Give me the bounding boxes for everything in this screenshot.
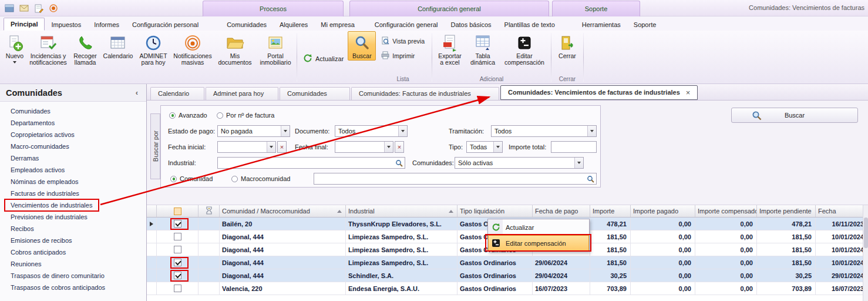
column-header-importe[interactable]: Importe bbox=[590, 205, 631, 217]
search-button[interactable]: Buscar bbox=[348, 31, 376, 61]
row-checkbox[interactable] bbox=[174, 220, 181, 228]
dropdown-arrow-icon[interactable] bbox=[281, 126, 290, 136]
table-row[interactable]: Diagonal, 444 Limpiezas Sampedro, S.L. G… bbox=[147, 256, 868, 269]
comunidades-combo[interactable]: Sólo activas bbox=[455, 157, 584, 169]
sidebar-item-emisiones[interactable]: Emisiones de recibos bbox=[0, 235, 146, 246]
ribbon-tab-datos-basicos[interactable]: Datos básicos bbox=[444, 19, 497, 31]
column-header-fecha[interactable]: Fecha bbox=[816, 205, 868, 217]
importe-total-input[interactable] bbox=[551, 142, 596, 152]
column-header-comunidad[interactable]: Comunidad / Macrocomunidad bbox=[220, 205, 346, 217]
row-checkbox[interactable] bbox=[174, 272, 181, 279]
column-header-fecha-pago[interactable]: Fecha de pago bbox=[533, 205, 590, 217]
incidents-button[interactable]: Incidencias y notificaciones bbox=[27, 31, 69, 67]
tab-close-icon[interactable]: × bbox=[686, 86, 691, 99]
doc-tab-adminet[interactable]: Adminet para hoy bbox=[206, 87, 278, 100]
pivot-table-button[interactable]: Tabla dinámica bbox=[466, 31, 500, 67]
fecha-final-input[interactable] bbox=[335, 142, 384, 152]
print-button[interactable]: Imprimir bbox=[378, 50, 428, 62]
header-select-all-cell[interactable] bbox=[157, 205, 199, 217]
sidebar-item-facturas[interactable]: Facturas de industriales bbox=[0, 188, 146, 199]
sidebar-item-macro-comunidades[interactable]: Macro-comunidades bbox=[0, 141, 146, 152]
column-header-industrial[interactable]: Industrial bbox=[346, 205, 457, 217]
radio-por-factura[interactable]: Por nº de factura bbox=[217, 109, 274, 121]
sidebar-item-reuniones[interactable]: Reuniones bbox=[0, 258, 146, 270]
estado-pago-combo[interactable]: No pagada bbox=[217, 125, 290, 137]
mass-notifications-button[interactable]: Notificaciones masivas bbox=[171, 31, 214, 67]
adminet-today-button[interactable]: ADMINET para hoy bbox=[135, 31, 171, 67]
clear-fecha-inicial-icon[interactable]: × bbox=[277, 141, 287, 153]
sidebar-item-traspasos-cobros[interactable]: Traspasos de cobros anticipados bbox=[0, 282, 146, 293]
export-excel-button[interactable]: Exportar a excel bbox=[434, 31, 466, 67]
fecha-inicial-input[interactable] bbox=[218, 142, 267, 152]
row-checkbox[interactable] bbox=[174, 285, 181, 292]
column-header-pendiente[interactable]: Importe pendiente bbox=[757, 205, 816, 217]
search-icon[interactable] bbox=[395, 159, 405, 167]
call-icon[interactable] bbox=[48, 3, 59, 14]
column-header-tipo[interactable]: Tipo liquidación bbox=[457, 205, 533, 217]
sidebar-item-comunidades[interactable]: Comunidades bbox=[0, 105, 146, 117]
scope-search-input[interactable] bbox=[314, 173, 587, 184]
fecha-final-field[interactable] bbox=[335, 141, 393, 153]
row-checkbox[interactable] bbox=[174, 233, 181, 240]
ribbon-tab-mi-empresa[interactable]: Mi empresa bbox=[314, 19, 361, 31]
sidebar-item-vencimientos[interactable]: Vencimientos de industriales bbox=[0, 199, 146, 211]
sidebar-item-recibos[interactable]: Recibos bbox=[0, 223, 146, 235]
pickup-call-button[interactable]: Recoger llamada bbox=[69, 31, 101, 67]
sidebar-item-cobros[interactable]: Cobros anticipados bbox=[0, 246, 146, 258]
sidebar-item-traspasos-dinero[interactable]: Traspasos de dinero comunitario bbox=[0, 270, 146, 282]
row-checkbox-cell[interactable] bbox=[157, 256, 199, 269]
row-checkbox[interactable] bbox=[174, 259, 181, 266]
doc-tab-calendario[interactable]: Calendario bbox=[150, 87, 204, 100]
column-header-pagado[interactable]: Importe pagado bbox=[631, 205, 695, 217]
doc-tab-facturas[interactable]: Comunidades: Facturas de industriales bbox=[351, 87, 499, 100]
ribbon-tab-configuracion-general[interactable]: Configuración general bbox=[368, 19, 445, 31]
ribbon-tab-soporte[interactable]: Soporte bbox=[627, 19, 663, 31]
radio-macrocomunidad[interactable]: Macrocomunidad bbox=[231, 173, 290, 185]
dropdown-arrow-icon[interactable] bbox=[267, 142, 275, 152]
ribbon-tab-plantillas[interactable]: Plantillas de texto bbox=[498, 19, 561, 31]
edit-compensation-button[interactable]: Editar compensación bbox=[500, 31, 549, 67]
scrollbar-thumb[interactable] bbox=[864, 218, 868, 248]
ribbon-tab-principal[interactable]: Principal bbox=[4, 18, 45, 31]
row-checkbox-cell[interactable] bbox=[157, 218, 199, 230]
dropdown-arrow-icon[interactable] bbox=[398, 126, 407, 136]
close-button[interactable]: Cerrar bbox=[553, 31, 581, 61]
sidebar-item-copropietarios[interactable]: Copropietarios activos bbox=[0, 129, 146, 141]
ribbon-tab-herramientas[interactable]: Herramientas bbox=[576, 19, 627, 31]
doc-tab-comunidades[interactable]: Comunidades bbox=[280, 87, 350, 100]
notes-icon[interactable] bbox=[33, 3, 44, 14]
radio-comunidad[interactable]: Comunidad bbox=[170, 173, 213, 185]
dropdown-arrow-icon[interactable] bbox=[587, 126, 596, 136]
row-checkbox-cell[interactable] bbox=[157, 243, 199, 256]
dropdown-arrow-icon[interactable] bbox=[493, 142, 502, 152]
ribbon-tab-informes[interactable]: Informes bbox=[88, 19, 126, 31]
importe-total-field[interactable] bbox=[551, 141, 597, 153]
radio-avanzado[interactable]: Avanzado bbox=[169, 109, 207, 121]
search-icon[interactable] bbox=[587, 175, 596, 183]
sidebar-collapse-icon[interactable]: ‹ bbox=[133, 88, 140, 97]
ribbon-tab-alquileres[interactable]: Alquileres bbox=[273, 19, 314, 31]
dropdown-arrow-icon[interactable] bbox=[574, 158, 583, 168]
sidebar-item-departamentos[interactable]: Departamentos bbox=[0, 117, 146, 129]
sidebar-item-derramas[interactable]: Derramas bbox=[0, 152, 146, 164]
tipo-combo[interactable]: Todas bbox=[466, 141, 503, 153]
row-checkbox-cell[interactable] bbox=[157, 282, 199, 295]
my-documents-button[interactable]: Mis documentos bbox=[214, 31, 256, 67]
tramitacion-combo[interactable]: Todos bbox=[491, 125, 597, 137]
scope-search-field[interactable] bbox=[314, 173, 597, 185]
sidebar-item-nominas[interactable]: Nóminas de empleados bbox=[0, 176, 146, 188]
industrial-field[interactable] bbox=[217, 157, 405, 169]
doc-tab-vencimientos[interactable]: Comunidades: Vencimientos de facturas de… bbox=[500, 85, 698, 100]
sidebar-item-previsiones[interactable]: Previsiones de industriales bbox=[0, 211, 146, 223]
documento-combo[interactable]: Todos bbox=[335, 125, 408, 137]
calendar-button[interactable]: Calendario bbox=[101, 31, 135, 61]
real-estate-portal-button[interactable]: Portal inmobiliario bbox=[256, 31, 295, 67]
industrial-input[interactable] bbox=[218, 158, 395, 168]
ribbon-tab-impuestos[interactable]: Impuestos bbox=[45, 19, 88, 31]
dropdown-arrow-icon[interactable] bbox=[384, 142, 393, 152]
ribbon-tab-configuracion-personal[interactable]: Configuración personal bbox=[126, 19, 205, 31]
app-icon[interactable] bbox=[4, 3, 15, 14]
new-button[interactable]: Nuevo bbox=[2, 31, 27, 65]
sidebar-item-empleados[interactable]: Empleados activos bbox=[0, 164, 146, 176]
context-menu-item-editar-compensacion[interactable]: Editar compensación bbox=[488, 235, 589, 251]
